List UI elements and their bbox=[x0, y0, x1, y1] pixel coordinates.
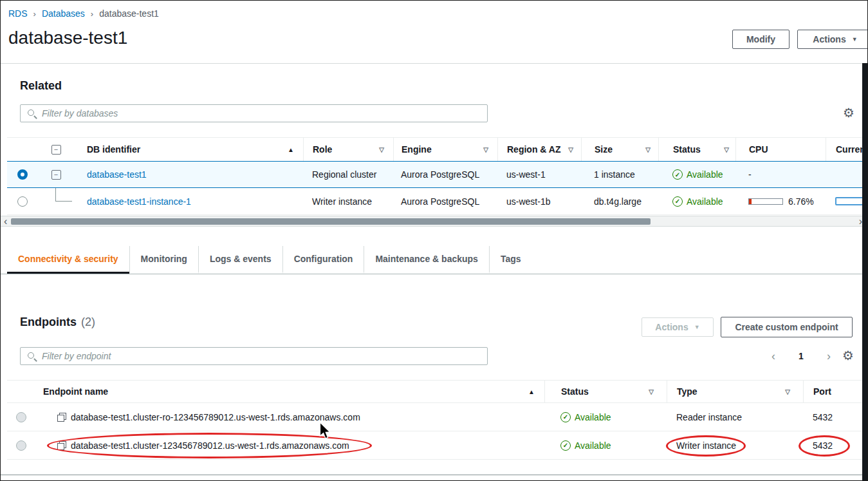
column-header-db-identifier[interactable]: DB identifier ▲ bbox=[74, 138, 303, 161]
related-table: − DB identifier ▲ Role ▽ Engine ▽ Region… bbox=[7, 137, 863, 215]
row-select-radio[interactable] bbox=[17, 196, 28, 207]
column-header-region-az[interactable]: Region & AZ ▽ bbox=[497, 138, 581, 161]
db-identifier-link[interactable]: database-test1 bbox=[87, 169, 147, 180]
table-row-cluster: − database-test1 Regional cluster Aurora… bbox=[7, 161, 863, 188]
horizontal-scrollbar[interactable]: ‹ › bbox=[1, 216, 868, 227]
endpoint-filter bbox=[20, 347, 488, 365]
section-divider bbox=[1, 63, 868, 64]
column-header-engine[interactable]: Engine ▽ bbox=[393, 138, 497, 161]
related-filter-input[interactable] bbox=[42, 108, 481, 118]
endpoints-settings-gear-icon[interactable]: ⚙ bbox=[842, 349, 854, 362]
breadcrumb-rds[interactable]: RDS bbox=[8, 8, 28, 19]
status-badge: Available bbox=[687, 169, 723, 180]
actions-button[interactable]: Actions ▼ bbox=[797, 30, 868, 49]
filter-triangle-icon: ▽ bbox=[785, 388, 790, 395]
column-header-current[interactable]: Current bbox=[826, 138, 863, 161]
endpoint-filter-input[interactable] bbox=[42, 351, 481, 361]
endpoint-type-cell: Reader instance bbox=[667, 403, 803, 431]
table-row-instance: database-test1-instance-1 Writer instanc… bbox=[7, 188, 863, 215]
tab-logs-events[interactable]: Logs & events bbox=[198, 246, 282, 274]
role-cell: Regional cluster bbox=[303, 162, 393, 187]
filter-triangle-icon: ▽ bbox=[483, 146, 488, 153]
caret-down-icon: ▼ bbox=[694, 324, 700, 330]
row-select-radio[interactable] bbox=[17, 169, 28, 180]
endpoint-name: database-test1.cluster-ro-123456789012.u… bbox=[71, 412, 360, 422]
endpoint-port-cell: 5432 bbox=[803, 431, 863, 459]
db-identifier-link[interactable]: database-test1-instance-1 bbox=[87, 196, 191, 207]
column-header-status[interactable]: Status ▽ bbox=[658, 138, 735, 161]
cpu-cell: 6.76% bbox=[735, 188, 826, 214]
filter-triangle-icon: ▽ bbox=[724, 146, 729, 153]
column-header-port[interactable]: Port bbox=[803, 381, 863, 402]
role-cell: Writer instance bbox=[303, 188, 393, 214]
endpoints-table: Endpoint name ▲ Status ▽ Type ▽ Port dat bbox=[7, 380, 863, 460]
next-page-icon[interactable]: › bbox=[827, 350, 831, 362]
select-all-column bbox=[7, 138, 38, 161]
tab-tags[interactable]: Tags bbox=[489, 246, 532, 274]
available-check-icon: ✓ bbox=[560, 412, 571, 422]
column-header-type[interactable]: Type ▽ bbox=[667, 381, 803, 402]
column-header-size[interactable]: Size ▽ bbox=[581, 138, 658, 161]
create-custom-endpoint-button[interactable]: Create custom endpoint bbox=[721, 317, 853, 337]
endpoint-row-writer: database-test1.cluster-123456789012.us-w… bbox=[7, 431, 863, 460]
breadcrumb-separator-icon: › bbox=[91, 9, 93, 19]
available-check-icon: ✓ bbox=[672, 196, 683, 207]
page-number[interactable]: 1 bbox=[799, 351, 804, 361]
tree-connector-line bbox=[55, 188, 72, 202]
modify-button[interactable]: Modify bbox=[732, 30, 790, 49]
status-cell: ✓ Available bbox=[544, 403, 667, 431]
cpu-usage-value: 6.76% bbox=[788, 196, 814, 207]
pagination: ‹ 1 › bbox=[771, 348, 831, 364]
tab-maintenance-backups[interactable]: Maintenance & backups bbox=[364, 246, 489, 274]
copy-icon[interactable] bbox=[57, 413, 66, 422]
status-cell: ✓ Available bbox=[658, 162, 735, 187]
status-cell: ✓ Available bbox=[658, 188, 735, 214]
endpoints-actions-button[interactable]: Actions ▼ bbox=[642, 317, 714, 337]
previous-page-icon[interactable]: ‹ bbox=[771, 350, 775, 362]
breadcrumb-databases[interactable]: Databases bbox=[42, 8, 85, 19]
related-filter bbox=[20, 104, 488, 122]
expand-all-checkbox[interactable]: − bbox=[38, 138, 74, 161]
sort-ascending-icon: ▲ bbox=[288, 146, 294, 153]
engine-cell: Aurora PostgreSQL bbox=[393, 188, 497, 214]
detail-tabs: Connectivity & security Monitoring Logs … bbox=[1, 246, 868, 274]
search-icon bbox=[27, 109, 37, 118]
endpoints-count: (2) bbox=[81, 316, 95, 329]
collapse-row-icon[interactable]: − bbox=[51, 170, 61, 180]
checkbox-indeterminate-icon: − bbox=[51, 145, 61, 155]
copy-icon[interactable] bbox=[57, 441, 66, 450]
current-activity-bar bbox=[835, 197, 863, 205]
related-table-header: − DB identifier ▲ Role ▽ Engine ▽ Region… bbox=[7, 137, 863, 162]
filter-triangle-icon: ▽ bbox=[645, 146, 651, 153]
sort-ascending-icon: ▲ bbox=[528, 388, 535, 395]
column-header-cpu[interactable]: CPU bbox=[735, 138, 826, 161]
window-edge-strip bbox=[862, 63, 867, 481]
status-cell: ✓ Available bbox=[544, 431, 667, 459]
row-select-radio[interactable] bbox=[16, 412, 26, 422]
tab-configuration[interactable]: Configuration bbox=[282, 246, 364, 274]
tab-connectivity-security[interactable]: Connectivity & security bbox=[7, 246, 129, 274]
filter-triangle-icon: ▽ bbox=[568, 146, 573, 153]
tab-monitoring[interactable]: Monitoring bbox=[129, 246, 198, 274]
current-activity-cell bbox=[826, 162, 863, 187]
available-check-icon: ✓ bbox=[672, 169, 683, 180]
row-select-radio[interactable] bbox=[16, 440, 26, 451]
column-header-endpoint-name[interactable]: Endpoint name ▲ bbox=[35, 381, 544, 402]
rds-console-page: RDS › Databases › database-test1 databas… bbox=[0, 0, 868, 481]
related-settings-gear-icon[interactable]: ⚙ bbox=[843, 106, 854, 119]
endpoints-heading: Endpoints (2) bbox=[20, 316, 95, 329]
scrollbar-thumb[interactable] bbox=[11, 218, 651, 225]
status-badge: Available bbox=[575, 412, 611, 422]
scroll-left-icon[interactable]: ‹ bbox=[4, 216, 7, 226]
search-icon bbox=[27, 352, 37, 361]
current-activity-cell bbox=[826, 188, 863, 214]
caret-down-icon: ▼ bbox=[852, 36, 858, 42]
endpoints-table-header: Endpoint name ▲ Status ▽ Type ▽ Port bbox=[7, 380, 863, 403]
related-heading: Related bbox=[20, 79, 62, 93]
column-header-status[interactable]: Status ▽ bbox=[544, 381, 667, 402]
column-header-role[interactable]: Role ▽ bbox=[303, 138, 393, 161]
engine-cell: Aurora PostgreSQL bbox=[393, 162, 497, 187]
region-cell: us-west-1 bbox=[497, 162, 581, 187]
section-divider bbox=[1, 475, 868, 475]
region-cell: us-west-1b bbox=[497, 188, 581, 214]
